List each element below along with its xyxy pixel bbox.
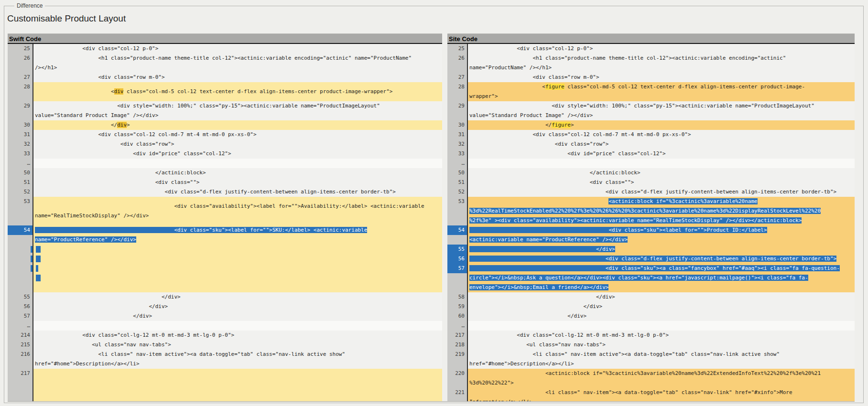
code-line[interactable]: </div> (33, 292, 442, 302)
code-line[interactable]: <div class=""> (33, 178, 442, 187)
panel-gap (442, 225, 447, 245)
diff-row[interactable]: 57 <div class="sku"><a class="fancybox" … (8, 264, 855, 292)
code-text-run: href="#home">Description</a></li> (469, 361, 574, 367)
code-text-run: name="ProductName" /></h1> (469, 64, 552, 71)
diff-row[interactable]: 52 <div class="d-flex justify-content-be… (8, 187, 855, 197)
line-number-gutter: 52 (8, 187, 33, 197)
code-line[interactable]: <ul class="nav nav-tabs"> (468, 340, 855, 350)
diff-row[interactable]: 51 <div class="">51 <div class=""> (8, 178, 855, 187)
code-text-line: </figure> (469, 120, 855, 130)
line-number-gutter: 27 (8, 73, 33, 82)
code-line[interactable]: <div class="availability"><label for="">… (33, 197, 442, 225)
diff-row[interactable]: 53 <div class="availability"><label for=… (8, 197, 855, 225)
code-line[interactable] (33, 264, 442, 292)
panel-gap (442, 159, 447, 168)
code-text-line: <li class=" nav-item active"><a data-tog… (469, 350, 855, 359)
code-line[interactable]: <div class="col-12 p-0"> (33, 44, 442, 53)
diff-row[interactable]: 29 <div style="width: 100%;" class="py-1… (8, 101, 855, 120)
code-line[interactable]: <div class=""> (468, 178, 855, 187)
diff-row[interactable]: 217220 <actinic:block if="%3cactinic%3av… (8, 369, 855, 388)
code-line[interactable]: </div> (33, 311, 442, 321)
diff-row[interactable]: 55 </div> (8, 245, 855, 254)
code-line[interactable]: <div class="col-lg-12 mt-0 mt-md-3 mt-lg… (33, 331, 442, 340)
code-line[interactable]: <div class="col-lg-12 mt-0 mt-md-3 mt-lg… (468, 331, 855, 340)
code-line[interactable]: <div class="row m-0"> (468, 73, 855, 82)
code-line[interactable]: <div style="width: 100%;" class="py-15">… (468, 101, 855, 120)
code-line[interactable]: </div> (468, 302, 855, 311)
code-line[interactable] (33, 159, 442, 168)
diff-row[interactable]: 28 <div class="col-md-5 col-12 text-cent… (8, 82, 855, 101)
code-line[interactable]: <li class=" nav-item active"><a data-tog… (468, 350, 855, 369)
diff-row[interactable]: 214 <div class="col-lg-12 mt-0 mt-md-3 m… (8, 331, 855, 340)
diff-row[interactable]: …… (8, 159, 855, 168)
code-line[interactable] (33, 245, 442, 254)
diff-row[interactable]: 54 <div class="sku"><label for="">SKU:</… (8, 225, 855, 245)
code-line[interactable]: </actinic:block> (33, 168, 442, 178)
code-line[interactable]: <div class="d-flex justify-content-betwe… (468, 187, 855, 197)
code-line[interactable]: <h1 class="product-name theme-title col-… (468, 53, 855, 73)
diff-row[interactable]: 26 <h1 class="product-name theme-title c… (8, 53, 855, 73)
diff-row[interactable]: 215 <ul class="nav nav-tabs">218 <ul cla… (8, 340, 855, 350)
code-line[interactable]: <div style="width: 100%;" class="py-15">… (33, 101, 442, 120)
diff-row[interactable]: 221 <li class=" nav-item"><a data-toggle… (8, 388, 855, 402)
diff-row[interactable]: 56 </div>59 </div> (8, 302, 855, 311)
code-line[interactable]: <div id="price" class="col-12"> (33, 149, 442, 159)
code-line[interactable]: <div class="col-md-5 col-12 text-center … (33, 82, 442, 101)
panel-gap (442, 101, 447, 120)
code-line[interactable]: <div class="d-flex justify-content-betwe… (468, 254, 855, 264)
code-line[interactable]: <div class="row m-0"> (33, 73, 442, 82)
code-line[interactable] (33, 321, 442, 331)
line-number: 55 (447, 245, 467, 254)
code-line[interactable]: <div class="d-flex justify-content-betwe… (33, 187, 442, 197)
code-line[interactable]: </div> (468, 245, 855, 254)
line-number: … (8, 159, 33, 168)
code-line[interactable]: <div class="col-12 col-md-7 mt-4 mt-md-0… (33, 130, 442, 139)
diff-row[interactable]: 27 <div class="row m-0">27 <div class="r… (8, 73, 855, 82)
code-line[interactable]: </figure> (468, 120, 855, 130)
line-number-gutter: 52 (447, 187, 468, 197)
code-text-run: <li class=" nav-item active"><a data-tog… (35, 351, 345, 357)
code-line[interactable] (33, 388, 442, 402)
code-text-line: <li class=" nav-item"><a data-toggle="ta… (469, 388, 855, 397)
code-line[interactable]: <actinic:block if="%3cactinic%3avariable… (468, 197, 855, 225)
code-line[interactable]: <li class=" nav-item"><a data-toggle="ta… (468, 388, 855, 402)
line-number: 29 (8, 101, 33, 111)
code-line[interactable] (33, 369, 442, 388)
diff-row[interactable]: 216 <li class=" nav-item active"><a data… (8, 350, 855, 369)
diff-row[interactable]: 32 <div class="row">32 <div class="row"> (8, 139, 855, 149)
code-line[interactable]: <div class="row"> (468, 139, 855, 149)
code-line[interactable]: <actinic:block if="%3cactinic%3avariable… (468, 369, 855, 388)
code-line[interactable]: <li class=" nav-item active"><a data-tog… (33, 350, 442, 369)
code-line[interactable]: </div> (33, 120, 442, 130)
code-text-line: <ul class="nav nav-tabs"> (469, 340, 855, 350)
diff-row[interactable]: 33 <div id="price" class="col-12">33 <di… (8, 149, 855, 159)
diff-row[interactable]: 25 <div class="col-12 p-0">25 <div class… (8, 44, 855, 53)
code-line[interactable]: <div class="col-12 col-md-7 mt-4 mt-md-0… (468, 130, 855, 139)
diff-row[interactable]: 56 <div class="d-flex justify-content-be… (8, 254, 855, 264)
line-number-gutter: 59 (447, 302, 468, 311)
code-line[interactable]: </div> (33, 302, 442, 311)
line-number: 33 (447, 149, 467, 159)
code-line[interactable] (33, 254, 442, 264)
diff-row[interactable]: 30 </div>30 </figure> (8, 120, 855, 130)
code-line[interactable]: <div id="price" class="col-12"> (468, 149, 855, 159)
code-line[interactable]: <div class="sku"><label for="">SKU:</lab… (33, 225, 442, 245)
diff-row[interactable]: …… (8, 321, 855, 331)
code-line[interactable] (468, 159, 855, 168)
code-line[interactable]: <ul class="nav nav-tabs"> (33, 340, 442, 350)
code-line[interactable]: <h1 class="product-name theme-title col-… (33, 53, 442, 73)
code-line[interactable]: <figure class="col-md-5 col-12 text-cent… (468, 82, 855, 101)
code-line[interactable]: <div class="row"> (33, 139, 442, 149)
code-line[interactable]: </div> (468, 311, 855, 321)
code-line[interactable]: <div class="sku"><a class="fancybox" hre… (468, 264, 855, 292)
code-line[interactable]: </actinic:block> (468, 168, 855, 178)
code-line[interactable]: <div class="sku"><label for="">Product I… (468, 225, 855, 245)
code-line[interactable] (468, 321, 855, 331)
diff-row[interactable]: 57 </div>60 </div> (8, 311, 855, 321)
diff-row[interactable]: 55 </div>58 </div> (8, 292, 855, 302)
code-line[interactable]: <div class="col-12 p-0"> (468, 44, 855, 53)
diff-row[interactable]: 31 <div class="col-12 col-md-7 mt-4 mt-m… (8, 130, 855, 139)
code-line[interactable]: </div> (468, 292, 855, 302)
code-text-run: < (35, 88, 114, 95)
diff-row[interactable]: 50 </actinic:block>50 </actinic:block> (8, 168, 855, 178)
